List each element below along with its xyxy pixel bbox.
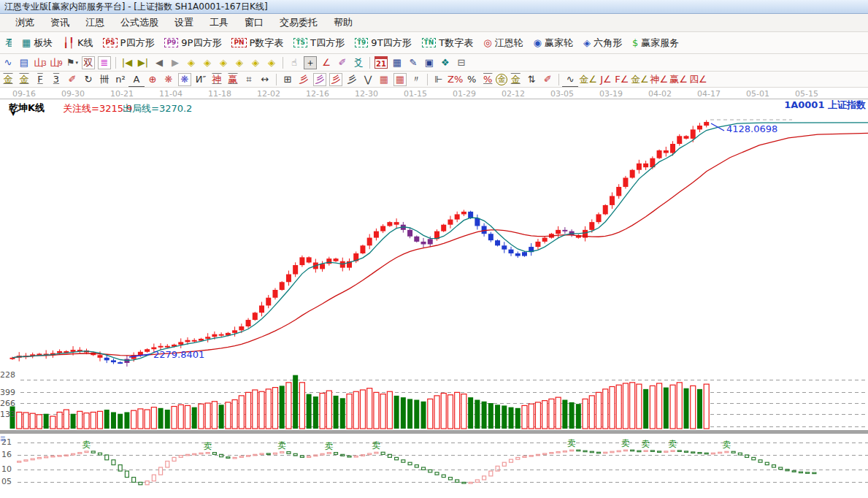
winner-wheel-button[interactable]: ◉赢家轮 [529,32,578,53]
winner-service-button-label: 赢家服务 [641,37,679,50]
diamond-left-icon[interactable]: ◈ [183,54,199,71]
ying-tool-icon[interactable]: 赢 [225,72,241,87]
last-bar-icon[interactable]: ▶| [135,54,151,71]
brush-red-tool-icon[interactable]: ✐ [539,72,556,87]
n-square-tool-icon[interactable]: n² [112,72,128,87]
indicator-dropdown-caret[interactable]: ▼ [11,110,15,117]
menu-item-tools[interactable]: 工具 [201,15,237,31]
calendar-icon[interactable]: 21 [375,56,388,69]
percent-z-tool-icon[interactable]: Z% [447,72,464,87]
gold-split2-tool-icon[interactable]: 金 [16,72,32,87]
percent-tool-icon[interactable]: % [464,72,480,87]
market-view-icon[interactable]: ❖ [437,54,453,71]
gold-angle-tool-icon[interactable]: 金∠ [578,72,598,87]
menu-item-browse[interactable]: 浏览 [7,15,42,31]
menu-item-window[interactable]: 窗口 [237,15,272,31]
p-number-table-button[interactable]: PNP数字表 [226,32,288,53]
fan-red-box-tool-icon[interactable]: 彡 [329,73,342,86]
ying-angle-tool-icon[interactable]: 赢∠ [669,72,688,87]
gold-split-tool-icon[interactable]: 金 [0,72,16,87]
wave-mark-tool-icon[interactable]: И″ [193,72,209,87]
diamond-full-icon[interactable]: ◈ [264,54,280,71]
fan-purple-box-tool-icon[interactable]: 彡 [313,73,326,86]
menu-item-settings[interactable]: 设置 [166,15,201,31]
save-icon[interactable]: ▣ [421,54,437,71]
chart-canvas[interactable]: 09-1609-3010-2111-0411-1812-0212-1612-30… [0,88,868,494]
updown-mark-tool-icon[interactable]: ⇅ [523,72,539,87]
shen-angle-tool-icon[interactable]: 神∠ [650,72,669,87]
fibo-f-tool-icon[interactable]: F [32,72,48,87]
flag-marker-icon[interactable]: ⚑▾ [64,54,80,71]
time-ruler-tool-icon[interactable]: 卌 [96,72,112,87]
gold2-angle-tool-icon[interactable]: 金∠ [630,72,650,87]
t-square-button[interactable]: TST四方形 [288,32,350,53]
winner-service-button[interactable]: $赢家服务 [627,32,684,53]
9t-square-button[interactable]: T99T四方形 [350,32,417,53]
menu-item-formula-stock-pick[interactable]: 公式选股 [112,15,166,31]
menu-item-gann[interactable]: 江恩 [77,15,112,31]
t-number-table-button[interactable]: TNT数字表 [417,32,479,53]
calculator-icon[interactable]: ▦ [389,54,405,71]
gold-circle-tool-icon[interactable]: 金 [496,74,507,85]
info-panel-icon[interactable]: ▤ [16,54,32,71]
angle-measure-icon[interactable]: ∠ [318,54,334,71]
window-titlebar[interactable]: 江恩专业版[赢家内部服务平台] - [上证指数 SH1A0001-167日K线] [0,0,868,14]
chan-lines-icon[interactable]: 爻 [350,54,366,71]
zigzag-dot-tool-icon[interactable]: ⋁ [360,72,376,87]
angle-line-tool-icon[interactable]: A [128,72,145,87]
price-grid2-tool-icon[interactable]: ▦ [393,73,407,86]
svg-text:04-17: 04-17 [697,89,721,99]
prev-bar-icon[interactable]: ◀ [151,54,167,71]
percent-line-tool-icon[interactable]: % [480,72,496,87]
notepad-icon[interactable]: ✎ [405,54,421,71]
diamond-expand-icon[interactable]: ◈ [215,54,231,71]
gann-wheel-button-icon: ◎ [483,37,491,48]
crosshair-tool-icon[interactable]: ＋ [304,56,317,69]
price-grid-tool-icon[interactable]: ▦ [376,72,392,87]
window-grid-tool-icon[interactable]: ⊞ [280,72,296,87]
f-angle-tool-icon[interactable]: F∠ [614,72,630,87]
gann-circle-tool-icon[interactable]: ↻ [80,72,96,87]
hexagon-button[interactable]: ◈六角形 [578,32,627,53]
gann-wheel-button[interactable]: ◎江恩轮 [478,32,528,53]
wave-overlap-tool-icon[interactable]: ∿ [562,72,578,87]
kline-3-icon[interactable]: 山3 [32,54,48,71]
diamond-vertical-icon[interactable]: ◈ [247,54,264,71]
kline-button-label: K线 [77,37,93,50]
gold-line-tool-icon[interactable]: 金 [507,72,523,87]
diamond-compress-icon[interactable]: ◈ [231,54,247,71]
sector-button[interactable]: ▦板块 [17,32,58,53]
menu-item-trade-entrust[interactable]: 交易委托 [272,15,326,31]
printer-icon[interactable]: ⊟ [453,54,469,71]
first-bar-icon[interactable]: |◀ [119,54,135,71]
si-angle-tool-icon[interactable]: 四∠ [688,72,708,87]
p-square-button[interactable]: PSP四方形 [98,32,159,53]
kline-button[interactable]: ╽╿K线 [58,32,98,53]
ruler-123-tool-icon[interactable]: ⌗ [241,72,257,87]
fan-black-tool-icon[interactable]: 彡 [344,72,360,87]
curve-tool-icon[interactable]: ∿ [0,54,16,71]
fan-red-tool-icon[interactable]: 彡 [296,72,312,87]
menu-item-help[interactable]: 帮助 [326,15,361,31]
gann-web-tool-icon[interactable]: ❋ [161,72,177,87]
shen-tool-icon[interactable]: 神 [209,72,225,87]
menu-item-news[interactable]: 资讯 [42,15,77,31]
9p-square-button[interactable]: P99P四方形 [159,32,226,53]
pen-purple-icon[interactable]: ✐ [334,54,350,71]
double-k-icon[interactable]: 双 [82,56,95,69]
diamond-right-icon[interactable]: ◈ [199,54,215,71]
circle-cross-tool-icon[interactable]: ⊕ [145,72,161,87]
three-split-tool-icon[interactable]: 3 [48,72,64,87]
next-bar-icon[interactable]: ▶ [167,54,183,71]
kline-9-icon[interactable]: 山9 [48,54,64,71]
clipped-home-icon[interactable]: 看 [0,32,17,53]
toolbar-separator [276,74,277,85]
j-angle-tool-icon[interactable]: J∠ [598,72,614,87]
gann-web-box-tool-icon[interactable]: ❋ [178,73,191,86]
stats-bars-tool-icon[interactable]: ⊩ [431,72,447,87]
parallel-lines-tool-icon[interactable]: 〃 [408,72,424,87]
draw-pen-tool-icon[interactable]: ✐ [64,72,80,87]
hand-tool-icon[interactable]: ☝ [286,54,302,71]
span-arrow-tool-icon[interactable]: ↔ [257,72,273,87]
color-histogram-icon[interactable]: ≣ [98,56,111,69]
